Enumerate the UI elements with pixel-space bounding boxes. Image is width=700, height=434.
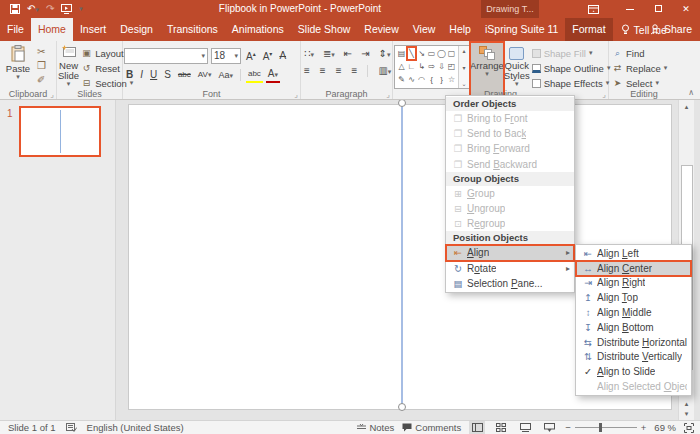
font-size-combo[interactable]: 18▾ bbox=[211, 48, 241, 64]
shape-effects-button[interactable]: Shape Effects▾ bbox=[530, 76, 613, 90]
bold-button[interactable]: B bbox=[124, 68, 135, 82]
maximize-button[interactable] bbox=[644, 0, 672, 18]
quick-styles-button[interactable]: Quick Styles▾ bbox=[504, 43, 530, 87]
previous-slide-icon[interactable]: ▴ bbox=[685, 400, 689, 408]
clipboard-dialog-launcher-icon[interactable]: ⌟ bbox=[50, 90, 54, 99]
rectangle-shape[interactable]: ▭ bbox=[427, 47, 436, 60]
find-button[interactable]: ⌕Find bbox=[610, 46, 669, 60]
menu-item-align-right[interactable]: ⇥Align Right bbox=[576, 276, 691, 291]
rounded-rectangle-shape[interactable]: ▢ bbox=[447, 47, 456, 60]
menu-item-align-center[interactable]: ↔Align Center bbox=[576, 261, 691, 276]
gallery-more-icon[interactable]: ⌄ bbox=[461, 80, 466, 87]
tab-insert[interactable]: Insert bbox=[73, 18, 113, 41]
zoom-slider-track[interactable] bbox=[575, 427, 637, 428]
paste-button[interactable]: Paste▾ bbox=[1, 43, 35, 87]
slide-show-button[interactable] bbox=[541, 421, 557, 434]
replace-button[interactable]: ⇄Replace▾ bbox=[610, 61, 669, 75]
text-shadow-button[interactable]: S bbox=[162, 68, 173, 82]
arc-shape[interactable]: ◠ bbox=[417, 73, 426, 86]
character-spacing-button[interactable]: AV▾ bbox=[196, 68, 214, 82]
arrow-shape[interactable]: ↘ bbox=[417, 47, 426, 60]
decrease-font-button[interactable]: A▾ bbox=[261, 47, 275, 64]
slide-sorter-view-button[interactable] bbox=[493, 421, 509, 434]
menu-item-selection-pane[interactable]: ▤Selection Pane... bbox=[446, 276, 574, 291]
text-box-shape[interactable]: ▤ bbox=[397, 47, 406, 60]
tab-review[interactable]: Review bbox=[357, 18, 405, 41]
menu-item-align-to-slide[interactable]: ✓Align to Slide bbox=[576, 364, 691, 379]
select-button[interactable]: ➤Select▾ bbox=[610, 76, 669, 90]
gallery-up-icon[interactable]: ▴ bbox=[462, 47, 465, 54]
font-dialog-launcher-icon[interactable]: ⌟ bbox=[294, 90, 298, 99]
clear-formatting-button[interactable]: A bbox=[277, 49, 288, 63]
font-color-button[interactable]: A▾ bbox=[266, 67, 280, 83]
line-spacing-button[interactable]: ⇕▾ bbox=[377, 47, 393, 61]
slide-thumbnail[interactable] bbox=[19, 106, 101, 157]
save-icon[interactable] bbox=[10, 4, 20, 14]
new-slide-button[interactable]: New Slide▾ bbox=[58, 43, 79, 87]
menu-item-align-left[interactable]: ⇤Align Left bbox=[576, 246, 691, 261]
tab-slide-show[interactable]: Slide Show bbox=[291, 18, 358, 41]
down-arrow-shape[interactable]: ⇩ bbox=[437, 60, 446, 73]
tab-animations[interactable]: Animations bbox=[225, 18, 291, 41]
share-button[interactable]: Share bbox=[650, 18, 692, 41]
zoom-percentage[interactable]: 69 % bbox=[654, 422, 676, 433]
paragraph-dialog-launcher-icon[interactable]: ⌟ bbox=[386, 90, 390, 99]
align-text-right-button[interactable]: ≡ bbox=[334, 64, 344, 78]
tab-format[interactable]: Format bbox=[565, 18, 612, 41]
minimize-button[interactable] bbox=[616, 0, 644, 18]
normal-view-button[interactable] bbox=[469, 421, 485, 434]
tab-home[interactable]: Home bbox=[31, 18, 73, 41]
font-name-combo[interactable]: ▾ bbox=[124, 48, 208, 64]
copy-icon[interactable]: ❐ bbox=[35, 60, 48, 72]
selected-line-shape[interactable] bbox=[401, 105, 403, 405]
freeform-shape[interactable]: ✎ bbox=[397, 73, 406, 86]
elbow-arrow-connector-shape[interactable]: ↳ bbox=[417, 60, 426, 73]
customize-qat-button[interactable]: ▾ bbox=[79, 0, 83, 18]
highlight-color-button[interactable]: abc bbox=[246, 67, 263, 83]
menu-item-align[interactable]: ⇤Align▸ bbox=[446, 245, 574, 260]
notes-button[interactable]: Notes bbox=[357, 422, 394, 433]
tab-ispring-suite[interactable]: iSpring Suite 11 bbox=[478, 18, 565, 41]
format-painter-icon[interactable]: ✐ bbox=[35, 74, 48, 86]
menu-item-rotate[interactable]: ↻Rotate▸ bbox=[446, 261, 574, 276]
underline-button[interactable]: U bbox=[148, 68, 159, 82]
menu-item-align-bottom[interactable]: ↧Align Bottom bbox=[576, 320, 691, 335]
tab-file[interactable]: File bbox=[0, 18, 31, 41]
tab-design[interactable]: Design bbox=[113, 18, 160, 41]
line-shape[interactable]: ╲ bbox=[407, 47, 416, 60]
increase-font-button[interactable]: A▴ bbox=[244, 47, 258, 64]
justify-button[interactable]: ≡ bbox=[350, 64, 360, 78]
line-top-handle[interactable] bbox=[398, 99, 406, 107]
align-text-left-button[interactable]: ≡ bbox=[302, 64, 312, 78]
strikethrough-button[interactable]: abc bbox=[176, 68, 193, 82]
undo-button[interactable]: ↶▾ bbox=[27, 0, 39, 19]
close-button[interactable]: ✕ bbox=[672, 0, 700, 18]
start-from-beginning-icon[interactable] bbox=[61, 4, 72, 14]
line-bottom-handle[interactable] bbox=[398, 403, 406, 411]
tab-view[interactable]: View bbox=[406, 18, 443, 41]
ribbon-display-options-icon[interactable] bbox=[588, 5, 616, 14]
language-indicator[interactable]: English (United States) bbox=[87, 422, 184, 433]
align-text-center-button[interactable]: ≡ bbox=[318, 64, 328, 78]
fit-to-window-icon[interactable] bbox=[684, 423, 694, 433]
zoom-slider-thumb[interactable] bbox=[599, 423, 602, 432]
curve-shape[interactable]: ∿ bbox=[407, 73, 416, 86]
scroll-up-icon[interactable]: ▴ bbox=[679, 100, 694, 113]
oval-shape[interactable]: ◯ bbox=[437, 47, 446, 60]
star-shape[interactable]: ☆ bbox=[447, 73, 456, 86]
left-brace-shape[interactable]: { bbox=[427, 73, 436, 86]
shape-outline-button[interactable]: Shape Outline▾ bbox=[530, 61, 613, 75]
gallery-down-icon[interactable]: ▾ bbox=[462, 64, 465, 71]
tab-transitions[interactable]: Transitions bbox=[160, 18, 225, 41]
columns-button[interactable]: ▥▾ bbox=[376, 64, 393, 78]
next-slide-icon[interactable]: ▾ bbox=[685, 410, 689, 418]
right-brace-shape[interactable]: } bbox=[437, 73, 446, 86]
collapse-ribbon-icon[interactable]: ∧ bbox=[688, 88, 694, 97]
menu-item-align-middle[interactable]: ↕Align Middle bbox=[576, 305, 691, 320]
numbering-button[interactable]: ≣▾ bbox=[321, 47, 337, 61]
zoom-in-icon[interactable]: + bbox=[641, 422, 647, 433]
elbow-connector-shape[interactable]: ∟ bbox=[407, 60, 416, 73]
right-arrow-shape[interactable]: ⇨ bbox=[427, 60, 436, 73]
triangle-shape[interactable]: △ bbox=[397, 60, 406, 73]
corner-shape[interactable]: ◰ bbox=[447, 60, 456, 73]
